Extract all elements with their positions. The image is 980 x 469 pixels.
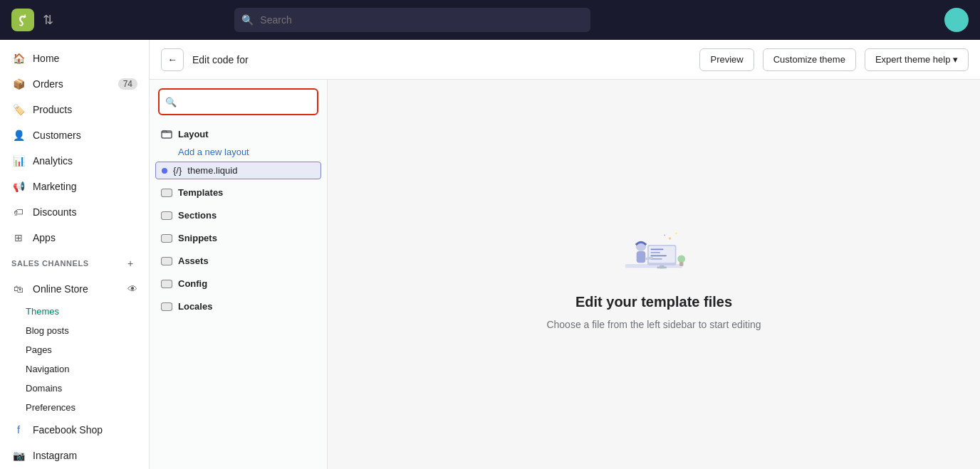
sidebar-item-label: Home xyxy=(33,53,59,64)
shopify-logo xyxy=(11,9,34,31)
navigation-label: Navigation xyxy=(26,364,69,374)
discounts-icon: 🏷 xyxy=(11,205,26,219)
back-button[interactable]: ← xyxy=(161,48,184,71)
svg-rect-12 xyxy=(162,303,172,310)
svg-point-28 xyxy=(675,232,677,234)
snippets-section-header[interactable]: Snippets xyxy=(150,228,327,248)
online-store-label: Online Store xyxy=(33,283,88,295)
expert-label: Expert theme help ▾ xyxy=(875,54,958,65)
store-switcher[interactable]: ⇅ xyxy=(43,12,53,28)
instagram-icon: 📷 xyxy=(11,448,26,463)
svg-rect-4 xyxy=(162,212,172,219)
preview-button[interactable]: Preview xyxy=(699,48,754,71)
marketing-icon: 📢 xyxy=(11,179,26,194)
code-editor-header: ← Edit code for Preview Customize theme … xyxy=(150,40,980,80)
avatar[interactable] xyxy=(944,8,969,32)
locales-label: Locales xyxy=(178,301,212,312)
svg-point-27 xyxy=(669,237,672,240)
svg-rect-21 xyxy=(657,266,667,268)
instagram-label: Instagram xyxy=(33,450,77,461)
snippets-label: Snippets xyxy=(178,233,217,243)
customize-theme-button[interactable]: Customize theme xyxy=(763,48,856,71)
sections-section: Sections xyxy=(150,205,327,225)
code-editor-title: Edit code for xyxy=(192,54,691,65)
add-layout-link[interactable]: Add a new layout xyxy=(150,144,327,160)
sidebar-sub-themes[interactable]: Themes xyxy=(0,302,149,321)
online-store-icon: 🛍 xyxy=(11,282,26,296)
customize-label: Customize theme xyxy=(773,54,845,65)
facebook-label: Facebook Shop xyxy=(33,424,103,436)
facebook-icon: f xyxy=(11,423,26,437)
expert-theme-button[interactable]: Expert theme help ▾ xyxy=(865,48,969,71)
sidebar-item-label: Customers xyxy=(33,130,81,141)
sidebar-item-instagram[interactable]: 📷 Instagram xyxy=(0,443,149,468)
orders-badge: 74 xyxy=(118,78,137,90)
customers-icon: 👤 xyxy=(11,128,26,142)
sidebar-item-orders[interactable]: 📦 Orders 74 xyxy=(0,71,149,97)
sidebar-item-products[interactable]: 🏷️ Products xyxy=(0,97,149,122)
svg-point-29 xyxy=(664,234,665,236)
svg-rect-8 xyxy=(162,258,172,265)
layout-label: Layout xyxy=(178,129,209,139)
locales-section-header[interactable]: Locales xyxy=(150,296,327,316)
empty-state-heading: Edit your template files xyxy=(575,294,732,310)
add-sales-channel-button[interactable]: + xyxy=(123,256,137,270)
templates-label: Templates xyxy=(178,187,223,198)
sidebar-item-online-store[interactable]: 🛍 Online Store 👁 xyxy=(0,276,149,302)
assets-folder-icon xyxy=(161,255,172,266)
sidebar-sub-navigation[interactable]: Navigation xyxy=(0,359,149,379)
svg-rect-17 xyxy=(650,251,660,253)
svg-rect-16 xyxy=(650,248,663,250)
svg-rect-26 xyxy=(679,262,683,265)
config-section-header[interactable]: Config xyxy=(150,273,327,293)
code-editor-area: Edit your template files Choose a file f… xyxy=(328,80,980,469)
global-search: 🔍 xyxy=(234,8,590,32)
sidebar-sub-pages[interactable]: Pages xyxy=(0,340,149,359)
sidebar-item-label: Products xyxy=(33,104,72,115)
theme-liquid-file[interactable]: {/} theme.liquid xyxy=(155,162,321,179)
main-content: ← Edit code for Preview Customize theme … xyxy=(150,40,980,469)
templates-section: Templates xyxy=(150,182,327,202)
back-icon: ← xyxy=(167,54,177,65)
sidebar-sub-domains[interactable]: Domains xyxy=(0,379,149,398)
layout-section: Layout Add a new layout {/} theme.liquid xyxy=(150,124,327,179)
sidebar-sub-preferences[interactable]: Preferences xyxy=(0,398,149,417)
assets-section-header[interactable]: Assets xyxy=(150,251,327,270)
search-input[interactable] xyxy=(234,8,590,32)
products-icon: 🏷️ xyxy=(11,102,26,117)
file-active-dot xyxy=(162,168,167,174)
layout-section-header[interactable]: Layout xyxy=(150,124,327,144)
sales-channels-section: SALES CHANNELS + xyxy=(0,251,149,276)
templates-section-header[interactable]: Templates xyxy=(150,182,327,202)
preferences-label: Preferences xyxy=(26,402,75,413)
analytics-icon: 📊 xyxy=(11,154,26,168)
locales-folder-icon xyxy=(161,300,172,312)
preview-label: Preview xyxy=(710,54,743,65)
file-search-input[interactable]: theme.liquid xyxy=(160,90,317,114)
sections-section-header[interactable]: Sections xyxy=(150,205,327,225)
sidebar-item-customers[interactable]: 👤 Customers xyxy=(0,122,149,148)
search-icon: 🔍 xyxy=(241,14,254,26)
sidebar-item-label: Discounts xyxy=(33,206,76,218)
theme-liquid-filename: theme.liquid xyxy=(187,165,237,176)
svg-rect-10 xyxy=(162,280,172,288)
svg-rect-6 xyxy=(162,235,172,242)
sidebar-item-analytics[interactable]: 📊 Analytics xyxy=(0,148,149,174)
sidebar-item-apps[interactable]: ⊞ Apps xyxy=(0,225,149,251)
assets-label: Assets xyxy=(178,255,209,266)
sidebar-item-discounts[interactable]: 🏷 Discounts xyxy=(0,199,149,225)
sidebar-item-marketing[interactable]: 📢 Marketing xyxy=(0,174,149,199)
themes-label: Themes xyxy=(26,306,59,317)
layout-folder-icon xyxy=(161,128,172,139)
home-icon: 🏠 xyxy=(11,51,26,65)
file-search-wrapper: 🔍 theme.liquid xyxy=(150,88,327,124)
sidebar-item-label: Marketing xyxy=(33,181,76,192)
empty-state: Edit your template files Choose a file f… xyxy=(518,191,789,359)
sidebar-item-home[interactable]: 🏠 Home xyxy=(0,46,149,71)
eye-icon: 👁 xyxy=(127,283,137,295)
sales-channels-label: SALES CHANNELS xyxy=(11,259,89,268)
empty-state-description: Choose a file from the left sidebar to s… xyxy=(546,319,761,330)
svg-point-25 xyxy=(677,255,685,263)
sidebar-item-facebook[interactable]: f Facebook Shop xyxy=(0,417,149,443)
sidebar-sub-blog-posts[interactable]: Blog posts xyxy=(0,321,149,340)
